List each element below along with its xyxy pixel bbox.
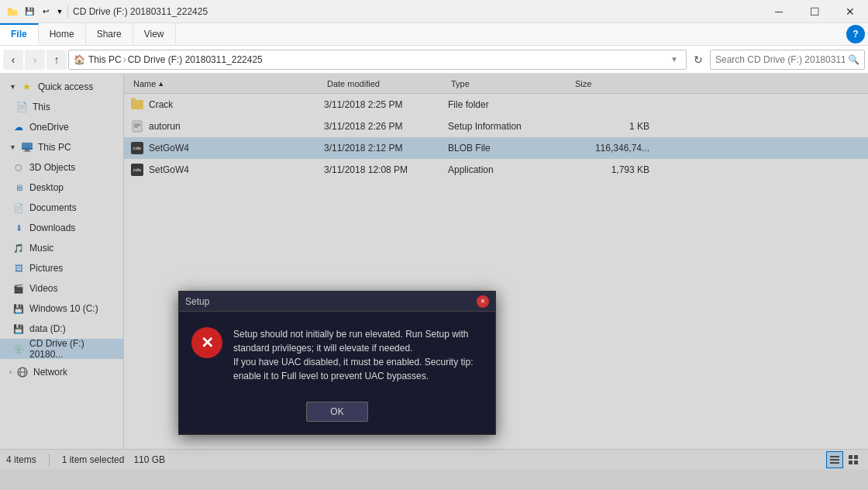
view-details-button[interactable] [826, 451, 843, 468]
file-type-setgow4-app: Application [448, 164, 572, 175]
search-input[interactable] [715, 54, 845, 65]
file-row-autorun[interactable]: autorun 3/11/2018 2:26 PM Setup Informat… [124, 116, 868, 137]
close-button[interactable]: ✕ [832, 0, 868, 23]
sidebar-label-windows-c: Windows 10 (C:) [29, 303, 98, 314]
col-header-size[interactable]: Size [572, 78, 649, 90]
file-size-setgow4-blob: 116,346,74... [572, 143, 649, 154]
nav-forward-button[interactable]: › [25, 50, 45, 70]
dialog-message-line3: If you have UAC disabled, it must be ena… [233, 357, 474, 368]
star-icon: ★ [21, 81, 33, 93]
dialog-body: ✕ Setup should not initially be run elev… [179, 312, 495, 395]
sidebar-label-onedrive: OneDrive [29, 122, 69, 133]
svg-rect-5 [23, 151, 31, 152]
svg-rect-17 [854, 455, 858, 459]
sidebar-item-3d-objects[interactable]: ⬡ 3D Objects [0, 157, 123, 178]
window-title: CD Drive (F:) 20180311_222425 [73, 6, 208, 17]
tab-share[interactable]: Share [86, 23, 133, 45]
address-segment-thispc[interactable]: This PC [88, 54, 122, 65]
sidebar-item-windows-c[interactable]: 💾 Windows 10 (C:) [0, 298, 123, 319]
dialog-titlebar: Setup × [179, 292, 495, 312]
address-segment-cddrive[interactable]: CD Drive (F:) 20180311_222425 [128, 54, 263, 65]
sidebar-item-this[interactable]: 📄 This [0, 97, 123, 117]
videos-icon: 🎬 [12, 282, 25, 295]
help-button[interactable]: ? [846, 25, 865, 43]
svg-rect-15 [830, 462, 839, 464]
nav-up-button[interactable]: ↑ [46, 50, 67, 70]
qa-dropdown-btn[interactable]: ▼ [54, 5, 65, 19]
file-date-autorun: 3/11/2018 2:26 PM [324, 121, 448, 132]
cdx-icon-setgow4-blob: cdx [130, 141, 144, 155]
address-refresh-button[interactable]: ↻ [688, 50, 708, 70]
sidebar-label-downloads: Downloads [29, 223, 75, 233]
sidebar-item-network[interactable]: › Network [0, 362, 123, 382]
qa-save-btn[interactable]: 💾 [22, 5, 37, 19]
music-icon: 🎵 [12, 242, 25, 254]
svg-rect-18 [849, 461, 852, 464]
col-header-type[interactable]: Type [448, 78, 572, 90]
dialog-error-icon: ✕ [191, 327, 222, 358]
dialog-message-line1: Setup should not initially be run elevat… [233, 329, 469, 340]
sidebar-item-pictures[interactable]: 🖼 Pictures [0, 258, 123, 278]
sidebar: ▼ ★ Quick access 📄 This ☁ OneDrive ▼ Thi… [0, 74, 124, 449]
file-row-setgow4-app[interactable]: cdx SetGoW4 3/11/2018 12:08 PM Applicati… [124, 159, 868, 181]
file-size-setgow4-app: 1,793 KB [572, 164, 649, 175]
dialog-close-button[interactable]: × [477, 295, 489, 308]
sort-arrow-icon: ▲ [157, 80, 164, 88]
sidebar-item-music[interactable]: 🎵 Music [0, 238, 123, 258]
3d-objects-icon: ⬡ [12, 161, 25, 174]
sidebar-item-cd-drive[interactable]: 💿 CD Drive (F:) 20180... [0, 339, 123, 359]
ribbon: File Home Share View ? [0, 23, 868, 46]
tab-home[interactable]: Home [39, 23, 86, 45]
size-info: 110 GB [133, 454, 165, 465]
search-box: 🔍 [710, 50, 865, 70]
col-header-name[interactable]: Name ▲ [130, 78, 324, 90]
sidebar-item-documents[interactable]: 📄 Documents [0, 198, 123, 218]
dialog-message-line2: standard privileges; it will elevate if … [233, 343, 412, 354]
address-bar: ‹ › ↑ 🏠 This PC › CD Drive (F:) 20180311… [0, 46, 868, 74]
status-divider-1 [49, 454, 50, 466]
tab-view[interactable]: View [133, 23, 176, 45]
sidebar-item-data-d[interactable]: 💾 data (D:) [0, 319, 123, 339]
document-icon-this: 📄 [16, 101, 28, 113]
sidebar-item-quick-access[interactable]: ▼ ★ Quick access [0, 77, 123, 97]
address-path-bar[interactable]: 🏠 This PC › CD Drive (F:) 20180311_22242… [68, 50, 687, 70]
file-row-crack[interactable]: Crack 3/11/2018 2:25 PM File folder [124, 94, 868, 116]
file-name-setgow4-blob: cdx SetGoW4 [130, 141, 324, 155]
file-name-setgow4-app: cdx SetGoW4 [130, 163, 324, 177]
qa-undo-btn[interactable]: ↩ [38, 5, 53, 19]
data-drive-icon: 💾 [12, 323, 25, 335]
maximize-button[interactable]: ☐ [797, 0, 832, 23]
sidebar-label-network: Network [33, 367, 67, 378]
sidebar-label-this-pc: This PC [38, 142, 71, 153]
dialog-footer: OK [179, 395, 495, 434]
col-header-date[interactable]: Date modified [324, 78, 448, 90]
minimize-button[interactable]: ─ [761, 0, 797, 23]
downloads-icon: ⬇ [12, 222, 25, 234]
selected-info: 1 item selected [62, 454, 125, 465]
sidebar-label-3d-objects: 3D Objects [29, 162, 75, 173]
sidebar-item-desktop[interactable]: 🖥 Desktop [0, 178, 123, 198]
svg-rect-16 [849, 455, 852, 459]
sidebar-item-onedrive[interactable]: ☁ OneDrive [0, 117, 123, 137]
sidebar-label-data-d: data (D:) [29, 323, 66, 334]
sidebar-item-downloads[interactable]: ⬇ Downloads [0, 218, 123, 238]
file-row-setgow4-blob[interactable]: cdx SetGoW4 3/11/2018 2:12 PM BLOB File … [124, 137, 868, 159]
tab-file[interactable]: File [0, 23, 39, 45]
error-x-icon: ✕ [201, 333, 214, 352]
expand-arrow-network: › [9, 368, 12, 376]
file-date-setgow4-blob: 3/11/2018 2:12 PM [324, 143, 448, 154]
nav-back-button[interactable]: ‹ [3, 50, 23, 70]
file-name-autorun: autorun [130, 119, 324, 133]
sidebar-label-this: This [33, 102, 50, 112]
address-path-chevron[interactable]: ▼ [667, 55, 681, 64]
expand-arrow-quick-access: ▼ [9, 83, 16, 91]
sidebar-item-videos[interactable]: 🎬 Videos [0, 278, 123, 298]
sidebar-label-documents: Documents [29, 202, 77, 213]
windows-drive-icon: 💾 [12, 302, 25, 315]
sidebar-item-this-pc[interactable]: ▼ This PC [0, 137, 123, 157]
dialog-ok-button[interactable]: OK [306, 402, 368, 422]
cd-drive-icon: 💿 [12, 343, 25, 355]
inf-icon-autorun [130, 119, 144, 133]
view-largeicons-button[interactable] [845, 451, 862, 468]
dialog-message: Setup should not initially be run elevat… [233, 327, 483, 383]
